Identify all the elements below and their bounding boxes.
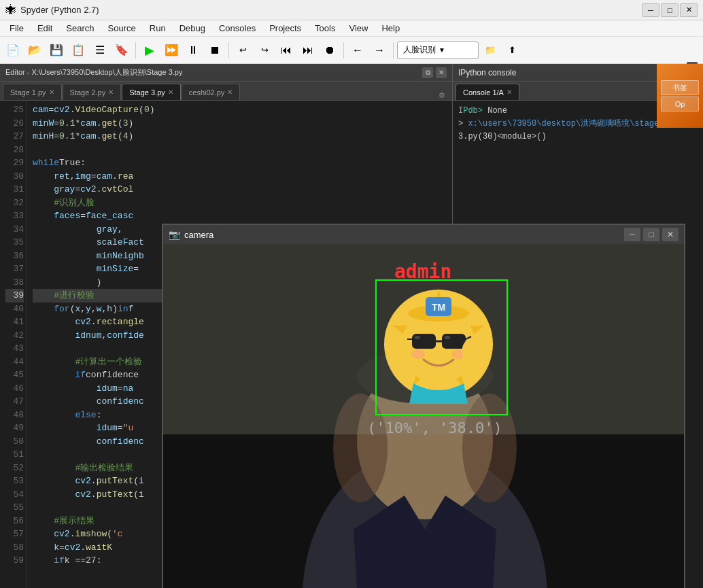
stop-button[interactable]: ⏹ <box>205 40 225 60</box>
mascot-svg: TM <box>379 285 498 404</box>
camera-close-button[interactable]: ✕ <box>662 228 679 241</box>
svg-rect-26 <box>445 336 450 339</box>
camera-titlebar: 📷 camera ─ □ ✕ <box>163 225 684 244</box>
tab-console1a-close[interactable]: ✕ <box>507 88 512 96</box>
tab-ceshi02-close[interactable]: ✕ <box>227 88 233 96</box>
mascot-overlay: TM <box>379 285 498 404</box>
chevron-down-icon: ▼ <box>439 46 445 54</box>
copy-button[interactable]: 📋 <box>68 40 88 60</box>
tab-ceshi02[interactable]: ceshi02.py ✕ <box>182 84 241 100</box>
project-dropdown[interactable]: 人脸识别 ▼ <box>397 41 479 59</box>
tab-stage3-close[interactable]: ✕ <box>168 88 173 96</box>
camera-minimize-button[interactable]: ─ <box>624 228 640 241</box>
minimize-button[interactable]: ─ <box>642 3 659 17</box>
editor-tabs: Stage 1.py ✕ Stage 2.py ✕ Stage 3.py ✕ c… <box>0 82 452 101</box>
corner-button-1[interactable]: 书签 <box>661 80 699 95</box>
navigate-back-button[interactable]: ← <box>347 40 368 60</box>
tab-console1a-label: Console 1/A <box>463 88 504 97</box>
menu-projects[interactable]: Projects <box>262 20 308 36</box>
close-button[interactable]: ✕ <box>680 3 698 17</box>
bookmark-button[interactable]: 🔖 <box>112 40 132 60</box>
toolbar-separator-3 <box>343 42 344 58</box>
tab-stage2-label: Stage 2.py <box>70 88 106 97</box>
tab-stage3-label: Stage 3.py <box>129 88 165 97</box>
list-button[interactable]: ☰ <box>90 40 110 60</box>
step-out-button[interactable]: ↪ <box>254 40 275 60</box>
menu-run[interactable]: Run <box>143 20 173 36</box>
project-dropdown-label: 人脸识别 <box>403 44 436 56</box>
toolbar-separator-1 <box>135 42 136 58</box>
next-button[interactable]: ⏭ <box>298 40 318 60</box>
editor-float-button[interactable]: ⧉ <box>422 67 433 78</box>
tab-stage2[interactable]: Stage 2.py ✕ <box>63 84 122 100</box>
camera-window-title: camera <box>184 230 620 240</box>
tab-ceshi02-label: ceshi02.py <box>189 88 225 97</box>
editor-path: Editor - X:\Users\73950\Desktop\人脸识别\Sta… <box>5 67 422 77</box>
toolbar-separator-4 <box>393 42 394 58</box>
confidence-text: ('10%', '38.0') <box>367 419 502 436</box>
menu-bar: File Edit Search Source Run Debug Consol… <box>0 20 703 37</box>
svg-point-27 <box>411 349 425 359</box>
menu-edit[interactable]: Edit <box>31 20 59 36</box>
debug-button[interactable]: ⏸ <box>183 40 203 60</box>
camera-viewport: admin <box>163 244 684 588</box>
svg-rect-25 <box>415 336 420 339</box>
step-in-button[interactable]: ↩ <box>233 40 253 60</box>
right-corner-panel: 书签 Op <box>657 64 703 128</box>
ipy-line-3: 3.py(30)<module>() <box>458 131 698 143</box>
face-identity-label: admin <box>394 260 451 283</box>
editor-pane-buttons: ⧉ ✕ <box>422 67 447 78</box>
editor-close-button[interactable]: ✕ <box>436 67 447 78</box>
menu-source[interactable]: Source <box>101 20 143 36</box>
tab-stage2-close[interactable]: ✕ <box>108 88 114 96</box>
window-controls[interactable]: ─ □ ✕ <box>642 3 698 17</box>
record-button[interactable]: ⏺ <box>320 40 340 60</box>
main-area: Editor - X:\Users\73950\Desktop\人脸识别\Sta… <box>0 64 703 588</box>
editor-titlebar: Editor - X:\Users\73950\Desktop\人脸识别\Sta… <box>0 64 452 82</box>
save-button[interactable]: 💾 <box>46 40 67 60</box>
menu-view[interactable]: View <box>342 20 375 36</box>
menu-search[interactable]: Search <box>59 20 101 36</box>
upload-button[interactable]: ⬆ <box>502 40 522 60</box>
app-title: Spyder (Python 2.7) <box>20 5 99 15</box>
menu-help[interactable]: Help <box>375 20 407 36</box>
svg-text:TM: TM <box>432 302 445 313</box>
tab-stage3[interactable]: Stage 3.py ✕ <box>122 84 181 100</box>
tab-console1a[interactable]: Console 1/A ✕ <box>456 84 519 100</box>
camera-window: 📷 camera ─ □ ✕ <box>162 224 685 588</box>
camera-icon: 📷 <box>169 229 180 240</box>
open-file-button[interactable]: 📂 <box>24 40 45 60</box>
tab-stage1-label: Stage 1.py <box>10 88 46 97</box>
title-bar: 🕷 Spyder (Python 2.7) ─ □ ✕ <box>0 0 703 20</box>
menu-debug[interactable]: Debug <box>173 20 212 36</box>
menu-tools[interactable]: Tools <box>308 20 342 36</box>
toolbar-separator-2 <box>228 42 229 58</box>
prev-button[interactable]: ⏮ <box>276 40 296 60</box>
camera-window-buttons: ─ □ ✕ <box>624 228 679 241</box>
folder-button[interactable]: 📁 <box>480 40 500 60</box>
run-button[interactable]: ▶ <box>139 40 160 60</box>
tab-stage1-close[interactable]: ✕ <box>49 88 54 96</box>
toolbar: 📄 📂 💾 📋 ☰ 🔖 ▶ ⏩ ⏸ ⏹ ↩ ↪ ⏮ ⏭ ⏺ ← → 人脸识别 ▼… <box>0 37 703 64</box>
navigate-forward-button[interactable]: → <box>369 40 390 60</box>
tab-stage1[interactable]: Stage 1.py ✕ <box>3 84 62 100</box>
ipython-title: IPython console <box>458 68 687 77</box>
menu-consoles[interactable]: Consoles <box>212 20 262 36</box>
new-file-button[interactable]: 📄 <box>3 40 23 60</box>
camera-maximize-button[interactable]: □ <box>643 228 659 241</box>
tab-settings-icon[interactable]: ⚙ <box>434 91 449 100</box>
line-numbers: 25262728 29303132 33343536 373839 404142… <box>0 101 27 588</box>
maximize-button[interactable]: □ <box>661 3 679 17</box>
app-icon: 🕷 <box>5 4 16 16</box>
menu-file[interactable]: File <box>3 20 31 36</box>
corner-button-op[interactable]: Op <box>661 97 699 111</box>
run-cell-button[interactable]: ⏩ <box>161 40 182 60</box>
